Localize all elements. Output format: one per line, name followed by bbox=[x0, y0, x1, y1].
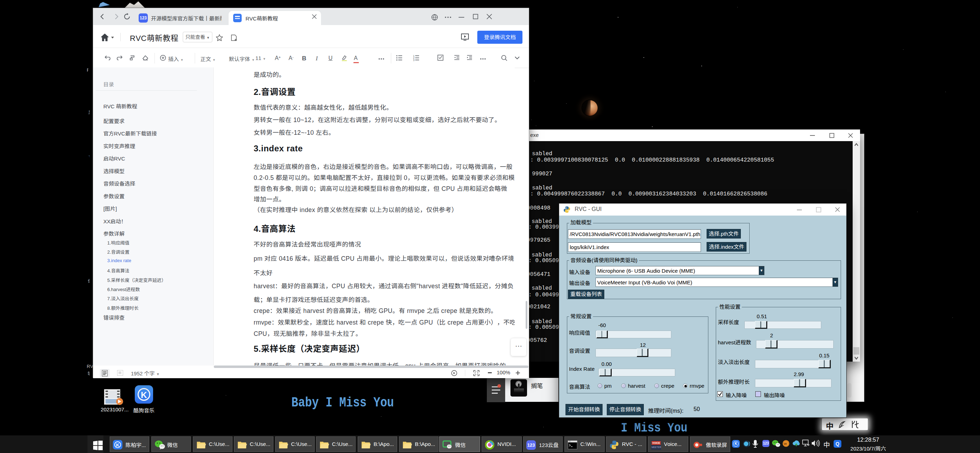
svg-text:C:\: C:\ bbox=[569, 441, 571, 442]
svg-text:3: 3 bbox=[413, 59, 415, 61]
svg-text:W: W bbox=[784, 442, 787, 446]
